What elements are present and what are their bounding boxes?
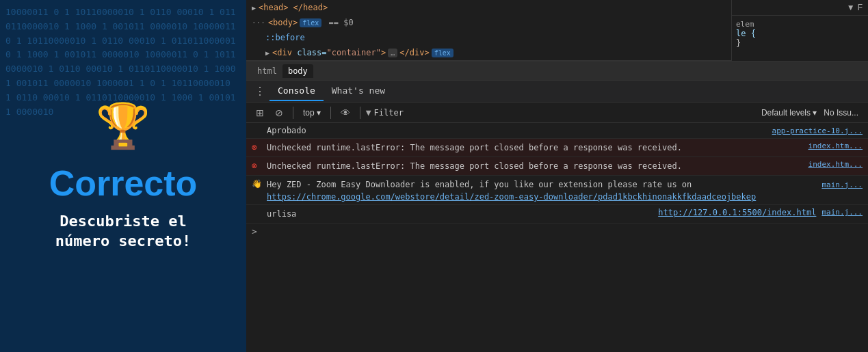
aprobado-text: Aprobado xyxy=(267,126,767,135)
toolbar-separator-2 xyxy=(330,107,331,119)
error-icon-2: ⊗ xyxy=(252,161,263,171)
console-tabs-bar: ⋮ Console What's new xyxy=(246,81,868,103)
toolbar-separator-1 xyxy=(293,107,293,119)
prompt-arrow: > xyxy=(252,226,257,236)
correcto-subtitle: Descubriste el número secreto! xyxy=(55,212,192,251)
dollar-sign: $0 xyxy=(343,18,353,27)
equals-sign: == xyxy=(324,18,343,27)
console-urlisa-line: urlisa http://127.0.0.1:5500/index.html … xyxy=(246,205,868,224)
dom-before-line[interactable]: ::before xyxy=(260,30,731,45)
zed-text: Hey ZED - Zoom Easy Downloader is enable… xyxy=(267,178,813,191)
console-error-line-1: ⊗ Unchecked runtime.lastError: The messa… xyxy=(246,139,868,157)
no-issues-button[interactable]: No Issu... xyxy=(819,107,863,119)
dom-body-line[interactable]: ··· <body> flex == $0 xyxy=(246,15,731,30)
console-zed-line: 👋 Hey ZED - Zoom Easy Downloader is enab… xyxy=(246,176,868,205)
dom-div-tag: <div xyxy=(272,48,292,57)
clear-console-button[interactable]: ⊘ xyxy=(271,106,287,120)
breadcrumb-html[interactable]: html xyxy=(252,64,282,78)
top-context-dropdown[interactable]: top ▾ xyxy=(299,107,325,119)
chevron-down-icon: ▾ xyxy=(317,108,321,118)
default-levels-button[interactable]: Default levels ▾ xyxy=(761,108,817,118)
dom-before-pseudo: ::before xyxy=(265,33,305,42)
console-menu-button[interactable]: ⋮ xyxy=(250,85,269,98)
styles-close: } xyxy=(736,38,864,48)
tab-whats-new[interactable]: What's new xyxy=(324,81,393,101)
info-icon: 👋 xyxy=(252,179,263,189)
dom-ellipsis-badge: … xyxy=(388,49,397,57)
error-source-2[interactable]: index.htm... xyxy=(808,160,863,169)
devtools-panel: ▶ <head> </head> ··· <body> flex == $0 :… xyxy=(246,0,868,352)
dom-div-line[interactable]: ▶ <div class= "container" > … </div> fle… xyxy=(260,45,731,60)
error-text-1: Unchecked runtime.lastError: The message… xyxy=(267,141,803,154)
error-icon-1: ⊗ xyxy=(252,142,263,152)
aprobado-source[interactable]: app-practice-10.j... xyxy=(772,126,863,135)
dom-div-close: > xyxy=(381,48,386,57)
dom-class-attr: class= xyxy=(292,48,327,57)
error-source-1[interactable]: index.htm... xyxy=(808,141,863,150)
dom-body-tag: <body> xyxy=(268,18,298,27)
dom-head-tag: <head> xyxy=(259,3,288,12)
styles-rule: le { xyxy=(736,29,864,38)
breadcrumb-body[interactable]: body xyxy=(282,64,313,78)
sidebar-toggle-button[interactable]: ⊞ xyxy=(252,106,268,120)
flex-badge-2[interactable]: flex xyxy=(432,49,453,57)
error-text-2: Unchecked runtime.lastError: The message… xyxy=(267,160,803,172)
filter-label: Filter xyxy=(374,108,404,118)
dom-class-value: "container" xyxy=(327,48,381,57)
urlisa-source[interactable]: main.j... xyxy=(821,208,863,217)
urlisa-text: urlisa xyxy=(267,208,654,220)
zed-source[interactable]: main.j... xyxy=(821,180,863,189)
console-toolbar: ⊞ ⊘ top ▾ 👁 ▼ Filter Default levels ▾ No… xyxy=(246,103,868,123)
dom-area: ▶ <head> </head> ··· <body> flex == $0 :… xyxy=(246,0,731,61)
console-prompt: > xyxy=(246,224,868,239)
styles-elem-label: elem xyxy=(736,20,864,29)
flex-badge[interactable]: flex xyxy=(300,18,321,27)
filter-button[interactable]: ▼ F xyxy=(847,3,863,12)
filter-icon: ▼ xyxy=(366,107,371,118)
filter-funnel-icon: ▼ xyxy=(847,3,855,12)
styles-header: ▼ F xyxy=(732,0,868,16)
trophy-icon: 🏆 xyxy=(96,100,150,152)
correcto-title: Correcto xyxy=(49,163,198,204)
dom-ellipsis-icon: ··· xyxy=(252,18,265,27)
tab-console[interactable]: Console xyxy=(269,81,324,101)
eye-button[interactable]: 👁 xyxy=(337,106,354,120)
dom-head-close: </head> xyxy=(288,3,328,12)
dom-head-line[interactable]: ▶ <head> </head> xyxy=(246,0,731,15)
zed-link[interactable]: https://chrome.google.com/webstore/detai… xyxy=(267,192,756,202)
urlisa-link[interactable]: http://127.0.0.1:5500/index.html xyxy=(658,208,816,217)
left-panel: 10000011 0 1 10110000010 1 0110 00010 1 … xyxy=(0,0,246,352)
toolbar-separator-3 xyxy=(360,107,360,119)
styles-panel: elem le { } xyxy=(732,16,868,52)
console-error-line-2: ⊗ Unchecked runtime.lastError: The messa… xyxy=(246,157,868,176)
arrow-icon: ▶ xyxy=(252,4,256,12)
breadcrumb-bar: html body xyxy=(246,62,868,81)
console-aprobado-line: Aprobado app-practice-10.j... xyxy=(246,123,868,139)
arrow-div-icon: ▶ xyxy=(265,49,269,57)
dom-div-end: </div> xyxy=(399,48,429,57)
console-output: Aprobado app-practice-10.j... ⊗ Unchecke… xyxy=(246,123,868,352)
